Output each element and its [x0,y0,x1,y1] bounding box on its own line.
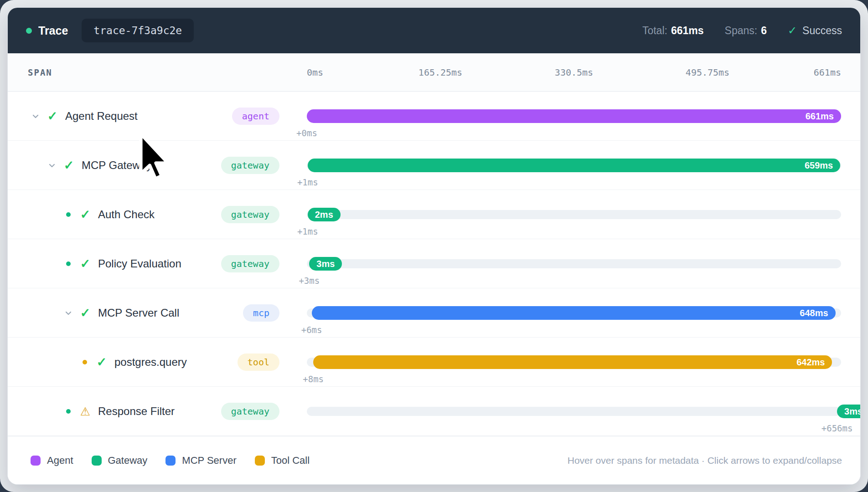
span-type-badge: gateway [221,157,279,174]
span-bar[interactable]: 3ms [309,257,342,271]
span-offset: +1ms [297,226,318,236]
status-box: ✓ [77,256,93,271]
span-row[interactable]: ✓Auth Checkgateway2ms+1ms [8,190,860,239]
timeline-track [307,407,841,416]
span-bar[interactable]: 648ms [312,306,836,320]
span-duration: 659ms [805,160,833,171]
status-box: ✓ [93,355,110,369]
span-type-badge: gateway [221,403,279,420]
span-row[interactable]: ✓Agent Requestagent661ms+0ms [8,92,860,141]
legend-item: Agent [31,455,73,466]
row-timeline: 3ms+3ms [307,239,841,288]
toggle-box [61,261,76,266]
legend-label: Tool Call [271,455,310,466]
row-timeline: 659ms+1ms [307,141,841,190]
chevron-down-icon[interactable] [46,160,57,171]
span-duration: 3ms [844,406,861,417]
page-title: Trace [38,24,68,37]
span-duration: 648ms [800,308,828,318]
span-rows: ✓Agent Requestagent661ms+0ms✓MCP Gateway… [8,92,860,436]
chevron-down-icon[interactable] [30,111,41,122]
legend-item: Gateway [92,455,148,466]
span-name: postgres.query [114,356,187,369]
status-label: Success [802,25,842,37]
axis-tick-label: 165.25ms [418,67,462,78]
success-check-icon: ✓ [80,256,91,271]
span-row[interactable]: ✓MCP Gatewaygateway659ms+1ms [8,141,860,190]
success-check-icon: ✓ [788,24,797,37]
span-name: MCP Gateway [82,159,152,172]
spans-value: 6 [761,25,767,36]
chevron-down-icon[interactable] [63,308,74,318]
span-type-badge: gateway [221,255,279,272]
span-duration: 642ms [796,357,825,368]
toggle-box [61,212,76,217]
success-check-icon: ✓ [64,158,74,173]
span-bar[interactable]: 3ms [837,405,861,418]
span-offset: +6ms [301,325,322,335]
span-row[interactable]: ✓postgres.querytool642ms+8ms [8,338,860,387]
total-value: 661ms [671,25,704,36]
row-timeline: 648ms+6ms [307,288,841,338]
legend-item: MCP Server [165,455,236,466]
toggle-box [77,360,93,364]
span-duration: 661ms [806,111,834,122]
legend: AgentGatewayMCP ServerTool Call [31,455,310,466]
span-bar[interactable]: 661ms [307,109,841,123]
trace-id-badge[interactable]: trace-7f3a9c2e [82,19,194,42]
status-box: ✓ [61,158,77,173]
success-check-icon: ✓ [47,109,58,123]
legend-swatch-icon [165,456,176,466]
status-dot-icon [26,28,32,34]
status-box: ✓ [77,306,93,320]
timeline-track [307,210,841,219]
span-offset: +8ms [303,374,324,384]
legend-footer: AgentGatewayMCP ServerTool Call Hover ov… [8,436,860,484]
span-offset: +3ms [299,276,320,286]
axis-tick-label: 330.5ms [555,67,593,78]
span-duration: 2ms [315,210,333,220]
legend-swatch-icon [92,456,102,466]
axis-tick-label: 0ms [307,67,323,78]
span-name: Policy Evaluation [98,257,181,270]
row-timeline: 642ms+8ms [307,338,841,387]
legend-label: MCP Server [182,455,236,466]
span-offset: +656ms [822,423,853,433]
span-name: MCP Server Call [98,307,179,319]
success-check-icon: ✓ [80,306,91,320]
toggle-box [61,308,76,318]
span-name: Agent Request [65,110,138,123]
span-name: Auth Check [98,208,155,221]
span-name: Response Filter [98,405,175,418]
row-timeline: 3ms+656ms [307,387,841,436]
trace-viewer-panel: Trace trace-7f3a9c2e Total:661ms Spans:6… [7,7,861,485]
legend-swatch-icon [255,456,265,466]
legend-label: Agent [47,455,73,466]
toggle-box [44,160,60,171]
leaf-dot-icon [83,360,87,364]
spans-label: Spans: [725,25,758,36]
legend-label: Gateway [108,455,148,466]
timeline-axis: SPAN 0ms165.25ms330.5ms495.75ms661ms [8,53,860,92]
span-row[interactable]: ✓MCP Server Callmcp648ms+6ms [8,288,860,338]
axis-ticks: 0ms165.25ms330.5ms495.75ms661ms [307,53,841,91]
spans-stat: Spans:6 [725,25,767,37]
span-bar[interactable]: 642ms [313,355,832,369]
span-bar[interactable]: 2ms [308,208,341,221]
legend-swatch-icon [31,456,41,466]
leaf-dot-icon [66,212,71,217]
span-bar[interactable]: 659ms [308,159,840,172]
total-label: Total: [642,25,667,36]
header-stats: Total:661ms Spans:6 ✓Success [642,24,842,37]
span-type-badge: tool [238,354,279,371]
toggle-box [61,409,76,414]
span-duration: 3ms [316,259,335,269]
warning-icon: ⚠ [80,405,90,418]
span-offset: +1ms [297,177,318,187]
success-check-icon: ✓ [80,207,91,222]
legend-item: Tool Call [255,455,310,466]
span-row[interactable]: ⚠Response Filtergateway3ms+656ms [8,387,860,436]
span-type-badge: agent [232,108,279,125]
toggle-box [28,111,43,122]
span-row[interactable]: ✓Policy Evaluationgateway3ms+3ms [8,239,860,288]
